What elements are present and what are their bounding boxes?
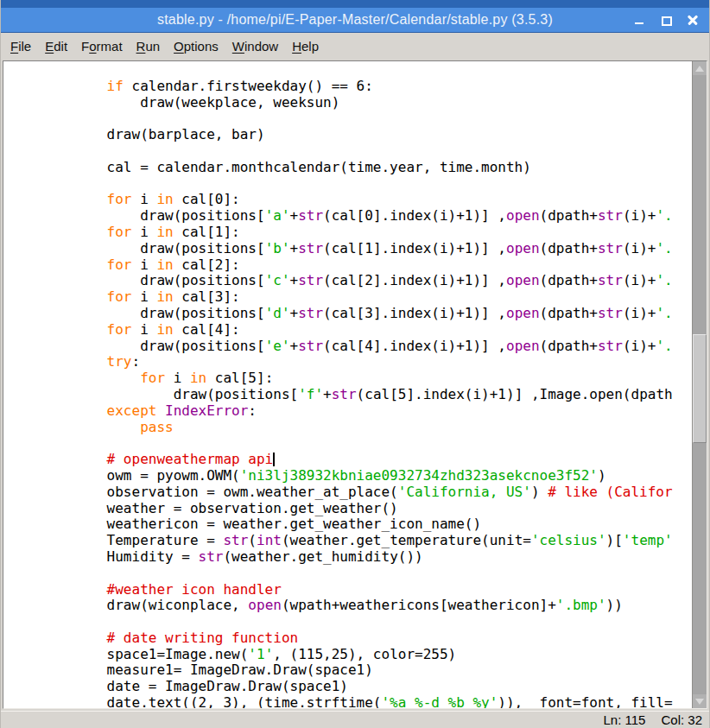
code-segment-code_text: + — [290, 240, 299, 256]
editor-frame: if calendar.firstweekday() == 6: draw(we… — [1, 59, 709, 711]
minimize-icon[interactable] — [634, 15, 645, 26]
code-segment-builtin: open — [506, 207, 540, 224]
code-segment-code_text: weather = observation.get_weather() — [7, 500, 398, 516]
maximize-icon[interactable] — [661, 15, 672, 26]
code-line: pass — [7, 420, 692, 436]
code-segment-code_text: , (115,25), color=255) — [273, 646, 456, 662]
code-segment-code_text: + — [290, 338, 299, 354]
code-segment-code_text: (cal[3].index(i)+1)] , — [323, 305, 506, 321]
menu-item-window[interactable]: Window — [225, 36, 285, 56]
code-segment-code_text: i — [165, 370, 190, 386]
code-segment-string: 'e' — [265, 338, 290, 354]
menu-label-part: ptions — [184, 39, 219, 54]
code-segment-code_text: + — [323, 386, 332, 402]
code-segment-keyword: in — [156, 224, 173, 240]
code-segment-string: '. — [656, 305, 672, 321]
code-segment-code_text: : — [132, 353, 141, 370]
menu-label-part: indow — [244, 39, 278, 54]
menu-label-part: O — [174, 39, 184, 54]
code-segment-comment: # like (Califor — [548, 484, 673, 500]
code-line: for i in cal[2]: — [7, 257, 692, 274]
titlebar[interactable]: stable.py - /home/pi/E-Paper-Master/Cale… — [1, 0, 709, 33]
code-line: # openweathermap api — [7, 452, 692, 468]
code-line: weather = observation.get_weather() — [7, 501, 692, 517]
code-segment-code_text: (i)+ — [623, 207, 656, 224]
code-segment-code_text: Humidity = — [7, 548, 199, 565]
code-segment-keyword: in — [156, 288, 173, 305]
code-line: try: — [7, 354, 692, 370]
code-segment-code_text: (weather.get_humidity()) — [223, 548, 422, 565]
code-segment-builtin: str — [598, 305, 623, 321]
up-arrow-icon — [695, 66, 704, 72]
code-segment-builtin: str — [298, 338, 323, 354]
code-segment-keyword: for — [107, 321, 132, 338]
code-segment-builtin: int — [257, 532, 282, 548]
code-line: for i in cal[5]: — [7, 370, 692, 387]
code-line — [7, 435, 692, 452]
code-segment-code_text: observation = owm.weather_at_place( — [7, 484, 398, 500]
code-segment-code_text: date.text((2, 3), (time.strftime( — [7, 694, 381, 708]
code-segment-code_text: i — [132, 191, 157, 207]
code-segment-string: 'celsius' — [531, 532, 606, 548]
code-segment-string: 'b' — [265, 240, 290, 256]
code-segment-code_text: Temperature = — [7, 532, 223, 548]
code-line: owm = pyowm.OWM('ni3lj38932kbniae0932734… — [7, 468, 692, 484]
code-segment-code_text: cal[0]: — [174, 191, 240, 207]
menu-label-part: rmat — [97, 39, 123, 54]
scrollbar-track[interactable] — [693, 75, 707, 694]
code-segment-code_text — [7, 630, 107, 646]
code-segment-code_text: )), font=font, fill= — [498, 694, 672, 708]
code-line: except IndexError: — [7, 403, 692, 420]
code-segment-code_text: measure1= ImageDraw.Draw(space1) — [7, 662, 373, 678]
scrollbar-thumb[interactable] — [693, 334, 707, 443]
code-segment-code_text: )) — [606, 597, 623, 613]
code-segment-string: 'c' — [265, 272, 290, 288]
code-segment-code_text: draw(wiconplace, — [7, 597, 248, 613]
menu-item-options[interactable]: Options — [167, 36, 225, 56]
code-segment-comment: #weather icon handler — [107, 581, 282, 598]
code-segment-code_text: (wpath+weathericons[weathericon]+ — [282, 597, 556, 613]
code-segment-builtin: open — [248, 597, 282, 613]
code-segment-code_text — [7, 288, 107, 305]
code-segment-code_text — [7, 191, 107, 207]
close-icon[interactable] — [688, 15, 699, 26]
code-segment-code_text: ) — [531, 484, 548, 500]
code-segment-builtin: str — [598, 338, 623, 354]
code-segment-code_text: draw(positions[ — [7, 338, 265, 354]
code-segment-code_text — [7, 256, 107, 273]
menu-item-format[interactable]: Format — [74, 36, 130, 56]
code-segment-code_text: draw(positions[ — [7, 305, 265, 321]
scroll-up-button[interactable] — [693, 61, 707, 75]
code-segment-code_text — [7, 370, 140, 386]
code-segment-keyword: in — [156, 321, 173, 338]
code-segment-string: '. — [656, 240, 672, 256]
code-line: draw(positions['e'+str(cal[4].index(i)+1… — [7, 339, 692, 355]
vertical-scrollbar[interactable] — [692, 61, 707, 708]
scroll-down-button[interactable] — [693, 694, 707, 708]
menu-label-part: F — [10, 39, 18, 54]
code-segment-keyword: for — [107, 191, 132, 207]
code-text-area[interactable]: if calendar.firstweekday() == 6: draw(we… — [3, 61, 692, 708]
code-segment-code_text: draw(positions[ — [7, 386, 298, 402]
menu-item-file[interactable]: File — [3, 36, 38, 56]
code-line: Temperature = str(int(weather.get_temper… — [7, 533, 692, 549]
menu-item-help[interactable]: Help — [285, 36, 326, 56]
code-line: draw(wiconplace, open(wpath+weathericons… — [7, 598, 692, 614]
code-segment-code_text — [7, 353, 107, 370]
menu-label-part: o — [89, 39, 96, 54]
code-segment-code_text: (i)+ — [623, 338, 656, 354]
code-segment-code_text: (cal[0].index(i)+1)] , — [323, 207, 506, 224]
code-line: draw(positions['a'+str(cal[0].index(i)+1… — [7, 208, 692, 225]
titlebar-row: stable.py - /home/pi/E-Paper-Master/Cale… — [1, 8, 709, 32]
code-segment-keyword: for — [107, 224, 132, 240]
code-segment-code_text: (cal[2].index(i)+1)] , — [323, 272, 506, 288]
window-controls — [634, 8, 699, 32]
code-segment-keyword: in — [156, 256, 173, 273]
code-segment-builtin: str — [223, 532, 248, 548]
code-segment-code_text — [7, 78, 107, 94]
code-segment-code_text: i — [132, 321, 157, 338]
code-segment-code_text: (cal[1].index(i)+1)] , — [323, 240, 506, 256]
code-segment-code_text: draw(positions[ — [7, 272, 265, 288]
menu-item-edit[interactable]: Edit — [38, 36, 74, 56]
menu-item-run[interactable]: Run — [130, 36, 168, 56]
